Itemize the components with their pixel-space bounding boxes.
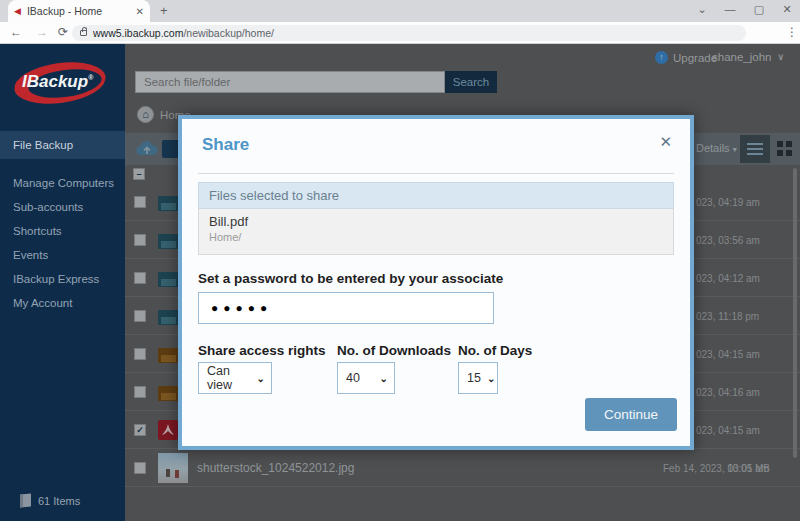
chevron-down-icon: ⌄ [257, 373, 265, 384]
sidebar-item-sub-accounts[interactable]: Sub-accounts [0, 195, 125, 219]
file-date: 023, 04:15 am [696, 349, 760, 360]
selected-file-path: Home/ [209, 231, 663, 243]
close-icon[interactable]: ✕ [659, 133, 672, 151]
sidebar-nav: File BackupManage ComputersSub-accountsS… [0, 131, 125, 315]
password-label: Set a password to be entered by your ass… [198, 271, 503, 286]
sidebar-item-shortcuts[interactable]: Shortcuts [0, 219, 125, 243]
search-input[interactable]: Search file/folder [135, 71, 445, 93]
box-icon [20, 493, 31, 507]
folder-teal-icon [158, 196, 180, 211]
lock-icon [80, 30, 87, 36]
address-bar[interactable]: www5.ibackup.com/newibackup/home/ [72, 25, 746, 41]
chevron-down-icon: ▾ [733, 145, 737, 154]
files-selected-header: Files selected to share [198, 182, 674, 209]
minimize-button[interactable]: — [722, 3, 738, 15]
tab-close-icon[interactable]: ✕ [136, 6, 144, 17]
chevron-down-icon: ∨ [777, 52, 784, 62]
sidebar-item-manage-computers[interactable]: Manage Computers [0, 171, 125, 195]
file-date: 023, 04:16 am [696, 387, 760, 398]
home-icon: ⌂ [137, 106, 154, 123]
image-thumb-icon [158, 453, 188, 483]
grid-view-toggle[interactable] [777, 141, 792, 156]
row-checkbox[interactable] [134, 234, 146, 246]
items-count: 61 Items [20, 494, 80, 507]
sidebar-item-events[interactable]: Events [0, 243, 125, 267]
username: shane_john [712, 51, 771, 63]
folder-teal-icon [158, 310, 180, 325]
divider [198, 173, 674, 174]
maximize-button[interactable]: ▢ [751, 3, 767, 16]
cloud-upload-icon[interactable] [136, 141, 158, 157]
logo-text: IBackup® [22, 72, 93, 92]
window-close-button[interactable]: ✕ [779, 3, 795, 16]
list-view-toggle[interactable] [740, 135, 770, 163]
folder-orange-icon [158, 348, 180, 363]
upgrade-link[interactable]: ↑ Upgrade [655, 51, 717, 64]
days-select[interactable]: 15⌄ [458, 362, 498, 394]
share-modal: Share ✕ Files selected to share Bill.pdf… [178, 115, 694, 450]
downloads-label: No. of Downloads [337, 343, 451, 358]
browser-tab[interactable]: ◀ IBackup - Home ✕ [8, 0, 150, 22]
password-field[interactable]: ●●●●● [198, 292, 494, 324]
row-checkbox[interactable] [134, 310, 146, 322]
forward-icon: → [36, 25, 48, 39]
screen: ◀ IBackup - Home ✕ + ⌄ — ▢ ✕ ← → ⟳ www5.… [0, 0, 800, 521]
search-button[interactable]: Search [445, 71, 497, 93]
row-checkbox[interactable] [134, 462, 146, 474]
folder-orange-icon [158, 386, 180, 401]
row-checkbox-checked[interactable]: ✓ [134, 424, 146, 436]
files-selected-box: Files selected to share Bill.pdf Home/ [198, 182, 674, 255]
back-icon[interactable]: ← [10, 25, 22, 39]
reload-icon[interactable]: ⟳ [58, 25, 68, 39]
chevron-down-icon: ⌄ [380, 373, 388, 384]
sidebar-item-ibackup-express[interactable]: IBackup Express [0, 267, 125, 291]
row-checkbox[interactable] [134, 272, 146, 284]
folder-teal-icon [158, 272, 180, 287]
url-text: www5.ibackup.com/newibackup/home/ [93, 27, 274, 39]
new-tab-button[interactable]: + [160, 3, 168, 18]
access-rights-label: Share access rights [198, 343, 326, 358]
table-row[interactable]: shutterstock_1024522012.jpg10.05 MBFeb 1… [125, 449, 800, 487]
selected-file-item: Bill.pdf Home/ [198, 209, 674, 255]
sidebar-item-file-backup[interactable]: File Backup [0, 131, 125, 159]
folder-teal-icon [158, 234, 180, 249]
file-date: 023, 11:18 pm [696, 311, 759, 322]
file-date: 023, 04:12 am [696, 273, 760, 284]
ibackup-logo: IBackup® [14, 60, 110, 106]
details-dropdown[interactable]: Details ▾ [696, 142, 737, 154]
file-date: 023, 03:56 am [696, 235, 760, 246]
select-all-checkbox[interactable]: – [133, 168, 145, 180]
file-date: 023, 04:15 am [696, 425, 760, 436]
modal-title: Share [202, 135, 249, 155]
selected-file-name: Bill.pdf [209, 214, 663, 229]
upgrade-arrow-icon: ↑ [655, 51, 668, 64]
sidebar-item-my-account[interactable]: My Account [0, 291, 125, 315]
user-menu[interactable]: shane_john ∨ [712, 51, 784, 63]
days-label: No. of Days [458, 343, 532, 358]
row-checkbox[interactable] [134, 348, 146, 360]
chevron-down-icon: ⌄ [487, 373, 495, 384]
browser-toolbar: ← → ⟳ www5.ibackup.com/newibackup/home/ … [0, 22, 800, 44]
file-date: Feb 14, 2023, 03:01 am [663, 463, 769, 474]
tab-title: IBackup - Home [27, 5, 132, 17]
browser-tabstrip: ◀ IBackup - Home ✕ + ⌄ — ▢ ✕ [0, 0, 800, 22]
continue-button[interactable]: Continue [585, 398, 677, 431]
row-checkbox[interactable] [134, 386, 146, 398]
access-rights-select[interactable]: Can view⌄ [198, 362, 272, 394]
scrollbar[interactable] [793, 168, 797, 458]
kebab-menu-icon[interactable]: ⋮ [786, 25, 798, 39]
file-date: 023, 04:19 am [696, 197, 760, 208]
downloads-select[interactable]: 40⌄ [337, 362, 395, 394]
row-checkbox[interactable] [134, 196, 146, 208]
file-name: shutterstock_1024522012.jpg [197, 461, 354, 475]
file-pdf-icon [158, 420, 178, 440]
tab-search-chevron-icon[interactable]: ⌄ [694, 3, 710, 16]
sidebar: IBackup® File BackupManage ComputersSub-… [0, 44, 125, 521]
ibackup-favicon-icon: ◀ [14, 7, 21, 16]
